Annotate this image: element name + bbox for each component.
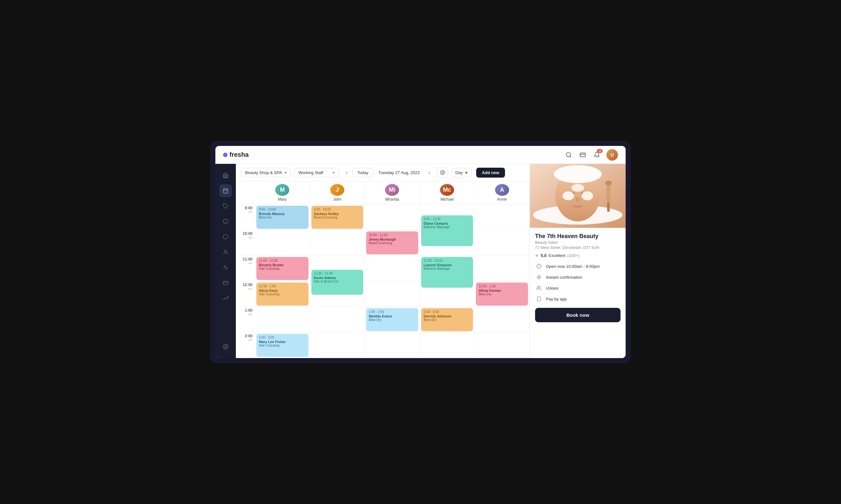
grid-row [365,332,419,358]
toolbar: Beauty Shop & SPA ▾ Working Staff ▾ ‹ To… [236,164,530,181]
feature-pay: Pay by app [535,295,621,303]
staff-grid: M Mary J John Mi Miranda [255,181,530,358]
sidebar-item-home[interactable] [219,169,232,182]
staff-name-john: John [333,197,341,202]
time-column: 9:00 am 10:00 am 11:00 [236,181,255,358]
grid-row [255,230,310,256]
svg-point-12 [225,250,227,252]
appt-time: 1:00 - 2:00 [369,310,416,313]
appt-time: 11:30 - 12:30 [314,272,361,275]
appt-name: Beverly Brown [259,263,306,267]
staff-label: Working Staff [298,170,323,175]
book-now-button[interactable]: Book now [535,308,621,322]
appointment-brenda-massey[interactable]: 9:00 - 10:00 Brenda Massey Blow Dry [256,206,308,229]
rating-count: (100+) [567,253,579,258]
grid-row [310,230,365,256]
feature-hours-text: Open now 10:00am - 8:00pm [546,264,600,269]
appointment-alicia-keys[interactable]: 12:00 - 1:00 Alicia Keys Hair Colouring [256,283,308,306]
appt-service: Hair Colouring [259,292,306,296]
grid-row [420,332,475,358]
appt-service: Blow Dry [424,318,471,322]
staff-col-header-michael: Mc Michael [420,181,475,204]
appointment-diana-campos[interactable]: 9:45 - 11:00 Diana Campos Balinese Massa… [421,215,473,246]
sidebar-item-marketing[interactable] [219,261,232,274]
appt-time: 10:00 - 11:00 [369,233,416,237]
svg-rect-4 [223,189,228,193]
appt-name: Mary Lee Fisher [259,340,306,344]
search-icon[interactable] [564,150,573,159]
staff-col-header-mary: M Mary [255,181,310,204]
sidebar-item-products[interactable] [219,230,232,243]
bolt-icon [535,273,543,281]
sidebar-item-payments[interactable] [219,276,232,289]
svg-point-21 [562,191,574,200]
staff-col-annie: 12:00 - 1:00 Olivia Farmer Blow Dry [475,204,530,358]
appointment-kevin-adams[interactable]: 11:30 - 12:30 Kevin Adams Hair & Beard C… [311,270,363,295]
app-window: fresha 12 U [210,141,631,363]
staff-avatar-john: J [330,184,344,196]
appointment-leanne-simpson[interactable]: 11:00 - 12:15 Leanne Simpson Balinese Ma… [421,257,473,288]
wallet-icon[interactable] [578,150,587,159]
logo[interactable]: fresha [223,151,249,158]
phone-icon [535,295,543,303]
appointment-derrick-johnson[interactable]: 1:00 - 2:00 Derrick Johnson Blow Dry [421,308,473,331]
time-slot-12: 12:00 pm [236,281,255,307]
grid-row [255,307,310,332]
appt-name: Kevin Adams [314,276,361,280]
view-mode-label: Day [455,170,463,175]
sidebar-item-reports[interactable] [219,292,232,305]
sidebar-item-clients[interactable] [219,246,232,258]
staff-name-annie: Annie [497,197,507,202]
location-select[interactable]: Beauty Shop & SPA ▾ [241,168,291,177]
appt-service: Blow Dry [259,216,306,219]
staff-avatar-michael: Mc [440,184,454,196]
top-icons: 12 U [564,149,618,161]
sidebar-item-tags[interactable] [219,200,232,213]
appointment-mary-lee-fisher[interactable]: 2:00 - 3:00 Mary Lee Fisher Hair Colouri… [256,334,308,357]
appt-time: 9:00 - 10:00 [259,208,306,211]
sidebar [215,164,236,358]
appointment-beverly-brown[interactable]: 11:00 - 12:00 Beverly Brown Hair Colouri… [256,257,308,280]
sidebar-item-settings[interactable] [219,340,232,353]
appt-name: Zachary Kelley [314,212,361,216]
add-new-button[interactable]: Add new [476,168,505,178]
feature-unisex: Unisex [535,284,621,292]
time-slot-11: 11:00 am [236,256,255,281]
user-avatar[interactable]: U [606,149,618,161]
notification-icon[interactable]: 12 [592,150,601,159]
prev-btn[interactable]: ‹ [342,168,351,177]
staff-select[interactable]: Working Staff ▾ [294,168,339,177]
spa-illustration [530,164,626,228]
appointment-jenny-murtaugh[interactable]: 10:00 - 11:00 Jenny Murtaugh Beard Groom… [366,231,418,254]
calendar-scroll[interactable]: 9:00 am 10:00 am 11:00 [236,181,530,358]
settings-btn[interactable] [437,167,448,178]
appt-name: Leanne Simpson [424,263,471,267]
time-slot-1: 1:00 pm [236,307,255,332]
feature-instant: Instant confirmation [535,273,621,281]
appt-time: 9:00 - 10:00 [314,208,361,211]
today-btn[interactable]: Today [352,168,373,177]
sidebar-item-calendar[interactable] [219,184,232,197]
svg-point-20 [554,165,602,183]
appointment-zachary-kelley[interactable]: 9:00 - 10:00 Zachary Kelley Beard Groomi… [311,206,363,229]
appt-time: 11:00 - 12:00 [259,259,306,263]
appt-time: 11:00 - 12:15 [424,259,471,263]
view-mode-select[interactable]: Day ▾ [451,168,472,177]
staff-headers: M Mary J John Mi Miranda [255,181,530,204]
next-btn[interactable]: › [425,168,434,177]
appt-time: 2:00 - 3:00 [259,336,306,339]
appointment-matilda-evans[interactable]: 1:00 - 2:00 Matilda Evans Blow Dry [366,308,418,331]
staff-col-michael: 9:45 - 11:00 Diana Campos Balinese Massa… [420,204,475,358]
appointment-olivia-farmer[interactable]: 12:00 - 1:00 Olivia Farmer Blow Dry [476,283,528,306]
rating-label: Excellent [549,253,566,258]
sidebar-item-reviews[interactable] [219,215,232,228]
appt-service: Hair Colouring [259,267,306,270]
grid-row [475,256,529,281]
grid-row [475,307,529,332]
appt-name: Brenda Massey [259,212,306,216]
staff-avatar-annie: A [495,184,509,196]
date-nav: ‹ Today Tuesday 27 Aug, 2022 › [342,168,434,177]
svg-point-25 [605,180,611,185]
staff-col-header-miranda: Mi Miranda [365,181,420,204]
appt-time: 12:00 - 1:00 [479,285,525,288]
